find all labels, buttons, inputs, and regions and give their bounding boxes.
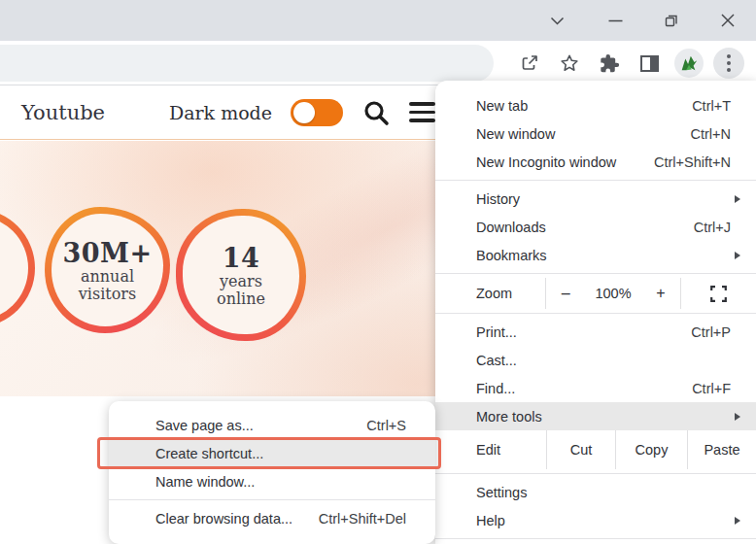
shortcut: Ctrl+T: [692, 98, 731, 114]
submenu-arrow-icon: [735, 252, 740, 259]
toggle-knob: [293, 102, 315, 123]
paste-button[interactable]: Paste: [687, 430, 756, 469]
edit-label: Edit: [435, 430, 546, 469]
submenu-arrow-icon: [735, 517, 740, 525]
browser-toolbar: [0, 41, 756, 85]
menu-item-more-tools[interactable]: More tools: [435, 402, 756, 430]
copy-button[interactable]: Copy: [615, 430, 687, 469]
menu-separator: [435, 538, 756, 539]
menu-item-find[interactable]: Find... Ctrl+F: [435, 374, 756, 402]
window-chevron-down-icon[interactable]: [534, 5, 579, 36]
hamburger-menu-icon[interactable]: [409, 102, 435, 121]
menu-separator: [435, 180, 756, 181]
address-bar[interactable]: [0, 45, 494, 82]
menu-item-downloads[interactable]: Downloads Ctrl+J: [435, 213, 756, 241]
menu-zoom-row: Zoom – 100% +: [435, 278, 756, 309]
stat-circle-years: 14 years online: [176, 209, 306, 341]
extensions-puzzle-icon[interactable]: [594, 48, 625, 79]
submenu-separator: [109, 499, 435, 500]
submenu-item-create-shortcut[interactable]: Create shortcut...: [109, 439, 435, 467]
submenu-item-save-page-as[interactable]: Save page as... Ctrl+S: [109, 411, 435, 439]
shortcut: Ctrl+S: [366, 418, 406, 433]
bookmark-star-icon[interactable]: [554, 48, 585, 79]
menu-item-new-window[interactable]: New window Ctrl+N: [435, 119, 756, 148]
share-icon[interactable]: [514, 48, 545, 79]
window-titlebar: [0, 0, 756, 41]
submenu-item-clear-browsing-data[interactable]: Clear browsing data... Ctrl+Shift+Del: [109, 504, 435, 532]
zoom-in-button[interactable]: +: [651, 285, 670, 302]
menu-item-new-incognito-window[interactable]: New Incognito window Ctrl+Shift+N: [435, 148, 756, 176]
browser-menu: New tab Ctrl+T New window Ctrl+N New Inc…: [435, 81, 756, 544]
profile-avatar[interactable]: [673, 48, 704, 79]
stat-label: annual: [81, 268, 134, 286]
zoom-level: 100%: [595, 286, 631, 301]
dark-mode-toggle[interactable]: [291, 99, 343, 126]
more-tools-submenu: Save page as... Ctrl+S Create shortcut..…: [109, 401, 435, 544]
stat-circle-visitors: 30M+ annual visitors: [45, 207, 170, 333]
submenu-arrow-icon: [735, 413, 740, 421]
stat-value: 14: [223, 243, 260, 273]
shortcut: Ctrl+P: [691, 324, 731, 340]
submenu-arrow-icon: [735, 195, 740, 203]
fullscreen-button[interactable]: [681, 278, 756, 309]
stat-circle-partial: [0, 209, 35, 327]
shortcut: Ctrl+Shift+N: [654, 154, 731, 170]
menu-item-bookmarks[interactable]: Bookmarks: [435, 241, 756, 269]
zoom-label: Zoom: [435, 278, 545, 309]
menu-item-settings[interactable]: Settings: [435, 478, 756, 506]
dark-mode-label: Dark mode: [169, 102, 272, 123]
shortcut: Ctrl+Shift+Del: [319, 511, 406, 527]
browser-menu-dots-icon[interactable]: [713, 48, 744, 79]
menu-edit-row: Edit Cut Copy Paste: [435, 430, 756, 469]
site-title: Youtube: [21, 101, 105, 124]
shortcut: Ctrl+J: [694, 220, 731, 235]
menu-separator: [435, 473, 756, 474]
restore-icon[interactable]: [649, 5, 694, 36]
menu-item-help[interactable]: Help: [435, 506, 756, 534]
zoom-out-button[interactable]: –: [556, 285, 575, 302]
shortcut: Ctrl+F: [692, 381, 731, 396]
menu-item-new-tab[interactable]: New tab Ctrl+T: [435, 91, 756, 119]
menu-item-print[interactable]: Print... Ctrl+P: [435, 318, 756, 346]
search-icon[interactable]: [361, 98, 391, 127]
stat-label: years: [220, 273, 262, 290]
menu-item-cast[interactable]: Cast...: [435, 346, 756, 374]
menu-item-history[interactable]: History: [435, 185, 756, 213]
close-icon[interactable]: [705, 5, 750, 36]
submenu-item-name-window[interactable]: Name window...: [109, 467, 435, 495]
menu-separator: [435, 313, 756, 314]
minimize-icon[interactable]: [593, 5, 637, 36]
side-panel-icon[interactable]: [634, 48, 665, 79]
menu-separator: [435, 273, 756, 274]
cut-button[interactable]: Cut: [546, 430, 615, 469]
stat-label: visitors: [79, 286, 136, 303]
shortcut: Ctrl+N: [691, 126, 732, 142]
stat-value: 30M+: [62, 238, 152, 268]
stat-label: online: [217, 290, 265, 308]
